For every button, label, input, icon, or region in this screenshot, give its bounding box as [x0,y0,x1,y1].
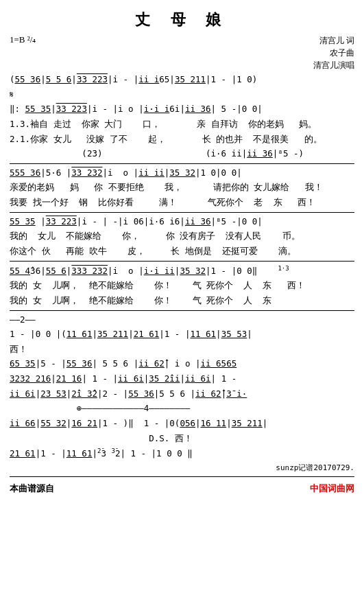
score-line-5: 55 35 |33 22̄3|i - | -|i 06|i·6 i6|ii 36… [10,215,354,229]
score-line-2: ‖: 55 35|33 22̄3|i - |i o |i·i i6i|ii 36… [10,102,354,117]
score-line-4: 555 36|5·6 |33 232|i o |ii ii|35 32|1 0|… [10,166,354,181]
credits: 清宫儿 词 农子曲 清宫儿演唱 [313,34,354,71]
footer: 本曲谱源自 中国词曲网 [10,483,354,495]
footer-left: 本曲谱源自 [10,483,54,495]
lyrics-4a: 亲爱的老妈 妈 你 不要拒绝 我， 请把你的 女儿嫁给 我！ [10,181,354,195]
score-line-8: 65 35|5 - |55 36| 5 5 6 |ii 62̂| i o |ii… [10,357,354,371]
lyrics-5b: 你这个 伙 再能 吹牛 皮， 长 地倒是 还挺可爱 滴。 [10,244,354,259]
lyrics-5a: 我的 女儿 不能嫁给 你， 你 没有房子 没有人民 币。 [10,229,354,244]
lyrics-6b: 我的 女 儿啊， 绝不能嫁给 你！ 气 死你个 人 东 [10,294,354,308]
lyrics-2a: 1.3.袖自 走过 你家 大门 口， 亲 自拜访 你的老妈 妈。 [10,117,354,132]
lyrics-7: 西！ [10,343,354,357]
section-2-marker: ——2—— [10,313,354,327]
watermark: sunzp记谱20170729. [10,462,354,474]
score-line-3: (2̄3) (i·6 ii|ii 36|⁸5 -) [10,147,354,161]
score-line-10: ii 6i|2̄3 5̄3|2̂i 3̂2|2 - |55 36|5 5 6 |… [10,387,354,402]
score-line-12: 21 61|1 - |11 61|2̄3 3̄2| 1 - |1 0 0 ‖ [10,446,354,461]
score-line-1: (55 36|5 5 6|33 22̄3|i - |ii i65|35 211|… [10,73,354,87]
score-line-7: 1 - |0 0 |(11 61|35 211|21 61|1 - |11 61… [10,327,354,342]
lyrics-4b: 我要 找一个好 钢 比你好看 满！ 气死你个 老 东 西！ [10,196,354,210]
score-line-11: ii 66|55 32|16 21|1 - )‖ 1 - |0(056|16 1… [10,417,354,431]
score-content: (55 36|5 5 6|33 22̄3|i - |ii i65|35 211|… [10,73,354,474]
section-ds-marker: ⊕————————————4———————— [10,402,354,416]
score-section-marker: 𝄋 [10,88,354,102]
lyrics-2b: 2.1.你家 女儿 没嫁 了不 起， 长 的也并 不是很美 的。 [10,132,354,147]
lyrics-6a: 我的 女 儿啊， 绝不能嫁给 你！ 气 死你个 人 东 西！ [10,279,354,293]
title: 丈 母 娘 [10,10,354,30]
key-signature: 1=B ²/₄ [10,34,36,45]
footer-right: 中国词曲网 [310,483,354,495]
lyrics-11: D.S. 西！ [10,432,354,446]
score-line-9: 3232 216|21 16| 1 - |ii 6i|3̄5 2̂ii|ii 6… [10,372,354,386]
score-line-6: 55 4̂36|55 6|333 232|i o |i·i ii|35 32|1… [10,264,354,279]
